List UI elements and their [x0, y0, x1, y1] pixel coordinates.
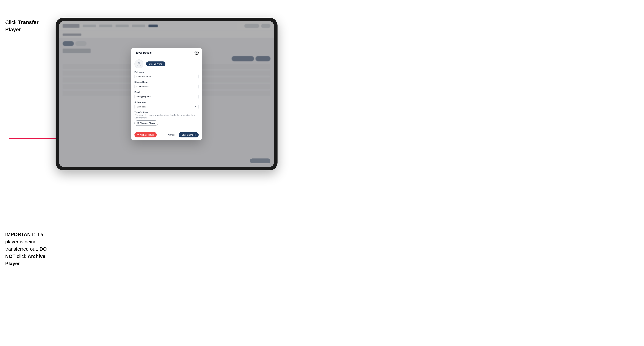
archive-icon: ⊘	[137, 134, 139, 136]
avatar-row: Upload Photo	[134, 59, 199, 68]
modal-body: Upload Photo Full Name Display Name	[131, 57, 202, 130]
instruction-click-text: Click Transfer Player	[5, 19, 56, 33]
full-name-group: Full Name	[134, 71, 199, 79]
display-name-input[interactable]	[134, 84, 199, 89]
transfer-section-label: Transfer Player	[134, 111, 199, 113]
svg-point-0	[138, 62, 140, 64]
display-name-label: Display Name	[134, 81, 199, 83]
school-year-label: School Year	[134, 101, 199, 103]
modal-footer: ⊘ Archive Player Cancel Save Changes	[131, 130, 202, 140]
upload-photo-button[interactable]: Upload Photo	[146, 61, 166, 66]
archive-player-button[interactable]: ⊘ Archive Player	[134, 132, 157, 138]
modal-overlay: Player Details × Upload Photo	[59, 21, 274, 167]
display-name-group: Display Name	[134, 81, 199, 89]
transfer-player-section: Transfer Player If this player has moved…	[134, 111, 199, 126]
modal-title: Player Details	[134, 51, 152, 54]
important-label: IMPORTANT	[5, 232, 34, 237]
instruction-important: IMPORTANT: If a player is being transfer…	[5, 231, 58, 267]
person-icon	[137, 62, 141, 66]
full-name-input[interactable]	[134, 74, 199, 79]
avatar-circle	[134, 59, 144, 68]
archive-btn-label: Archive Player	[140, 134, 154, 136]
red-arrow-vertical	[9, 31, 9, 139]
school-year-select[interactable]: First Year Second Year Third Year Fourth…	[134, 104, 199, 109]
player-details-modal: Player Details × Upload Photo	[131, 48, 202, 140]
cancel-button[interactable]: Cancel	[166, 132, 177, 137]
instruction-click-bold: Transfer Player	[5, 19, 38, 32]
school-year-group: School Year First Year Second Year Third…	[134, 101, 199, 109]
email-input[interactable]	[134, 94, 199, 99]
full-name-label: Full Name	[134, 71, 199, 73]
modal-close-button[interactable]: ×	[194, 51, 199, 55]
save-changes-button[interactable]: Save Changes	[179, 132, 199, 138]
instruction-area: Click Transfer Player	[5, 19, 56, 33]
tablet-screen: Player Details × Upload Photo	[59, 21, 274, 167]
transfer-player-button[interactable]: ⟳ Transfer Player	[134, 121, 158, 126]
tablet-device: Player Details × Upload Photo	[56, 18, 278, 171]
transfer-description: If this player has moved to another scho…	[134, 114, 199, 119]
modal-header: Player Details ×	[131, 48, 202, 57]
email-label: Email	[134, 91, 199, 93]
email-group: Email	[134, 91, 199, 99]
transfer-icon: ⟳	[137, 122, 139, 124]
transfer-btn-label: Transfer Player	[140, 122, 155, 124]
